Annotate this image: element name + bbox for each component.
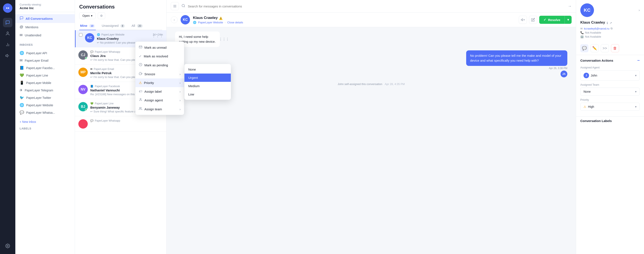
phone-value: Not Available — [585, 31, 601, 34]
sidebar-toggle-btn[interactable] — [171, 2, 179, 10]
conv-item-5[interactable]: 💬 PaperLayer Whatsapp — [75, 116, 166, 132]
edit-btn[interactable] — [529, 16, 537, 24]
agent-select-chevron: ▾ — [635, 74, 636, 77]
inbox-twitter-icon: 🐦 — [20, 95, 24, 100]
conv-actions-section: Conversation Actions − Assigned Agent J … — [576, 55, 644, 117]
conv-avatar-3: NV — [78, 85, 88, 94]
ctx-mark-unread[interactable]: Mark as unread — [136, 43, 184, 52]
app-logo[interactable] — [3, 3, 12, 13]
conv-actions-collapse-btn[interactable]: − — [637, 58, 640, 63]
inbox-paperlayer-api[interactable]: 🌐 PaperLayer API — [15, 49, 75, 57]
ctx-snooze-label: Snooze — [144, 72, 155, 76]
ctx-snooze-icon — [139, 72, 142, 76]
svg-point-8 — [7, 245, 8, 247]
inbox-paperlayer-email[interactable]: ✉ PaperLayer Email — [15, 57, 75, 64]
search-arrow-icon: → — [568, 4, 572, 8]
filter-open-btn[interactable]: Open ▾ — [79, 12, 96, 19]
nav-reports-icon[interactable] — [3, 40, 12, 49]
nav-settings-icon[interactable] — [3, 241, 12, 251]
conv-inbox-icon-3: 📘 — [90, 85, 94, 88]
nav-all-conversations[interactable]: All Conversations — [15, 14, 75, 23]
ctx-assign-agent[interactable]: Assign agent › — [136, 96, 184, 105]
forward-action-btn[interactable]: >> — [601, 44, 609, 52]
ctx-priority-label: Priority — [144, 81, 154, 85]
chat-avatar-placeholder: KC — [180, 15, 190, 24]
inbox-paperlayer-telegram[interactable]: ✈ PaperLayer Telegram — [15, 87, 75, 94]
priority-urgent-label: Urgent — [188, 76, 198, 80]
chat-topbar: ‹ KC Klaus Crawley ⚠️ 🌐 PaperLayer Websi… — [166, 12, 576, 27]
inbox-telegram-icon: ✈ — [20, 88, 22, 93]
nav-mentions[interactable]: @ Mentions — [15, 23, 75, 31]
priority-select-wrap: ⚠ High ▾ — [580, 103, 640, 111]
assigned-team-select[interactable]: None ▾ — [580, 88, 640, 96]
inbox-paperlayer-mobile[interactable]: 📱 PaperLayer Mobile — [15, 79, 75, 87]
inbox-paperlayer-twitter[interactable]: 🐦 PaperLayer Twitter — [15, 94, 75, 101]
ctx-priority[interactable]: ⚠ Priority › — [136, 78, 184, 87]
email-value: kcrawley6@narod.ru — [584, 27, 609, 30]
mute-btn[interactable] — [519, 16, 527, 24]
filter-options-btn[interactable]: ⚙ — [98, 12, 105, 19]
message-more-btn-0[interactable]: ⋮⋮⋮ — [222, 37, 226, 42]
tab-unassigned[interactable]: Unassigned 8 — [101, 22, 126, 30]
assigned-agent-select-wrap: J John ▾ — [580, 70, 640, 81]
avatar-initials-5 — [78, 119, 88, 128]
ctx-assign-agent-arrow: › — [180, 98, 180, 102]
conversations-title: Conversations — [79, 4, 162, 10]
external-link-icon[interactable]: ↗ — [610, 21, 612, 25]
nav-conversations-icon[interactable] — [3, 18, 12, 27]
conv-inbox-icon-5: 💬 — [90, 119, 94, 122]
conv-more-icon-0[interactable]: ⋮⋮⋮ — [152, 33, 163, 38]
collapse-panel-btn[interactable]: ‹ — [171, 16, 178, 23]
delete-action-btn[interactable]: 🗑 — [611, 44, 619, 52]
ctx-snooze[interactable]: Snooze › — [136, 70, 184, 78]
tab-all[interactable]: All 20 — [131, 22, 144, 30]
chat-contact-info: Klaus Crawley ⚠️ 🌐 PaperLayer Website · … — [193, 16, 516, 24]
right-panel-expand-btn[interactable]: › — [639, 8, 640, 12]
conversation-list: Conversations Open ▾ ⚙ Mine 10 Unassigne… — [75, 0, 166, 254]
search-input[interactable] — [188, 4, 565, 8]
tab-mine[interactable]: Mine 10 — [79, 22, 96, 30]
ctx-assign-label[interactable]: 🏷 Assign label › — [136, 87, 184, 96]
inbox-paperlayer-website[interactable]: 🌐 PaperLayer Website — [15, 101, 75, 109]
close-details-btn[interactable]: Close details — [227, 21, 243, 24]
ctx-mark-pending[interactable]: Mark as pending — [136, 61, 184, 70]
inbox-email-icon: ✉ — [20, 58, 22, 63]
ctx-mark-resolved[interactable]: ✓ Mark as resolved — [136, 52, 184, 61]
inbox-paperlayer-line[interactable]: 💚 PaperLayer Line — [15, 72, 75, 79]
assigned-agent-select[interactable]: J John ▾ — [580, 70, 640, 81]
conv-header: Conversations Open ▾ ⚙ Mine 10 Unassigne… — [75, 0, 166, 30]
nav-unattended[interactable]: ✉ Unattended — [15, 31, 75, 39]
priority-urgent[interactable]: Urgent — [184, 74, 231, 82]
chat-topbar-actions: ✓ Resolve ▾ — [519, 16, 572, 24]
resolve-btn[interactable]: ✓ Resolve — [539, 16, 564, 24]
resolve-dropdown-btn[interactable]: ▾ — [564, 16, 572, 24]
ctx-assign-team[interactable]: Assign team › — [136, 105, 184, 114]
priority-none[interactable]: None — [184, 65, 231, 74]
inbox-mobile-icon: 📱 — [20, 81, 24, 85]
ctx-mark-unread-label: Mark as unread — [144, 46, 166, 49]
conv-checkbox-0[interactable] — [79, 33, 82, 37]
copy-email-icon[interactable]: ⧉ — [610, 27, 612, 30]
conv-inbox-icon-0: 🌐 — [97, 33, 100, 36]
priority-medium[interactable]: Medium — [184, 82, 231, 90]
assigned-team-label: Assigned Team — [580, 83, 640, 86]
priority-submenu[interactable]: None Urgent Medium Low — [184, 64, 231, 100]
nav-contacts-icon[interactable] — [3, 29, 12, 38]
search-bar: → — [166, 0, 576, 12]
conv-inbox-3: PaperLayer Facebook — [95, 85, 120, 88]
inbox-paperlayer-whatsapp[interactable]: 💬 PaperLayer Whatsa... — [15, 109, 75, 116]
context-menu[interactable]: Mark as unread ✓ Mark as resolved Mark a… — [135, 41, 184, 115]
online-badge-1 — [85, 57, 88, 60]
inbox-paperlayer-facebook[interactable]: 📘 PaperLayer Facebo... — [15, 64, 75, 72]
new-inbox-btn[interactable]: + New inbox — [15, 118, 75, 125]
system-message-time: Apr 28, 4:35 PM — [385, 83, 405, 86]
chat-contact-name: Klaus Crawley — [193, 16, 218, 20]
priority-icon: ⚠ — [584, 105, 586, 108]
priority-low[interactable]: Low — [184, 90, 231, 98]
email-action-btn[interactable]: ✏️ — [590, 44, 599, 52]
priority-select[interactable]: ⚠ High ▾ — [580, 103, 640, 111]
avatar-initials-2: MP — [78, 68, 88, 77]
nav-campaigns-icon[interactable] — [3, 51, 12, 60]
tab-mine-badge: 10 — [89, 24, 95, 28]
message-action-btn[interactable]: 💬 — [580, 44, 588, 52]
